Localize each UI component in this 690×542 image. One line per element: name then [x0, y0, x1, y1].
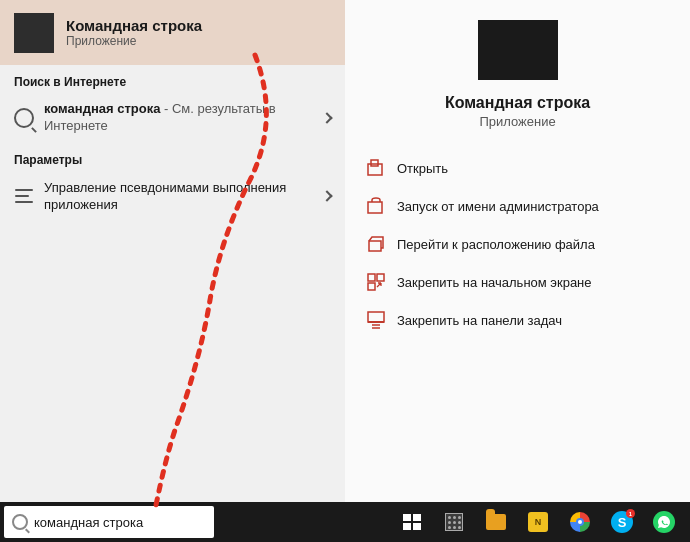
task-view-button[interactable]	[392, 502, 432, 542]
section-internet-label: Поиск в Интернете	[0, 65, 345, 93]
skype-icon: S 1	[611, 511, 633, 533]
taskbar-search-bar[interactable]: командная строка	[4, 506, 214, 538]
svg-rect-6	[368, 283, 375, 290]
open-icon	[365, 157, 387, 179]
svg-rect-4	[368, 274, 375, 281]
action-pin-start-text: Закрепить на начальном экране	[397, 275, 592, 290]
top-result-subtitle: Приложение	[66, 34, 202, 48]
left-panel: Командная строка Приложение Поиск в Инте…	[0, 0, 345, 510]
params-icon	[14, 186, 34, 206]
actions-list: Открыть Запуск от имени администратора П…	[345, 149, 690, 339]
params-chevron-right-icon	[321, 191, 332, 202]
taskbar-search-icon	[12, 514, 28, 530]
internet-search-icon	[14, 108, 34, 128]
section-params-label: Параметры	[0, 143, 345, 171]
pin-taskbar-icon	[365, 309, 387, 331]
params-item[interactable]: Управление псевдонимами выполнения прило…	[0, 171, 345, 222]
action-pin-start[interactable]: Закрепить на начальном экране	[365, 263, 670, 301]
calculator-icon	[445, 513, 463, 531]
cmd-icon-small	[14, 13, 54, 53]
app-subtitle: Приложение	[479, 114, 555, 129]
calculator-button[interactable]	[434, 502, 474, 542]
chrome-button[interactable]	[560, 502, 600, 542]
top-result-item[interactable]: Командная строка Приложение	[0, 0, 345, 65]
task-view-icon	[403, 514, 421, 530]
taskbar-icons: N S 1	[392, 502, 690, 542]
internet-search-item[interactable]: командная строка - См. результаты в Инте…	[0, 93, 345, 143]
action-open-text: Открыть	[397, 161, 448, 176]
action-location[interactable]: Перейти к расположению файла	[365, 225, 670, 263]
skype-button[interactable]: S 1	[602, 502, 642, 542]
svg-rect-2	[368, 202, 382, 213]
file-explorer-button[interactable]	[476, 502, 516, 542]
action-admin-text: Запуск от имени администратора	[397, 199, 599, 214]
internet-search-query: командная строка	[44, 101, 160, 116]
app-title: Командная строка	[445, 94, 590, 112]
sticky-notes-icon: N	[528, 512, 548, 532]
app-preview-icon	[478, 20, 558, 80]
location-icon	[365, 233, 387, 255]
lines-icon	[15, 189, 33, 203]
chevron-right-icon	[321, 112, 332, 123]
params-text: Управление псевдонимами выполнения прило…	[44, 179, 323, 214]
taskbar: командная строка N	[0, 502, 690, 542]
svg-rect-7	[368, 312, 384, 322]
action-admin[interactable]: Запуск от имени администратора	[365, 187, 670, 225]
chrome-icon	[570, 512, 590, 532]
top-result-text: Командная строка Приложение	[66, 17, 202, 48]
skype-badge: 1	[626, 509, 635, 518]
taskbar-search-text: командная строка	[34, 515, 143, 530]
right-panel: Командная строка Приложение Открыть Запу…	[345, 0, 690, 510]
pin-start-icon	[365, 271, 387, 293]
whatsapp-button[interactable]	[644, 502, 684, 542]
action-location-text: Перейти к расположению файла	[397, 237, 595, 252]
admin-icon	[365, 195, 387, 217]
internet-search-text: командная строка - См. результаты в Инте…	[44, 101, 323, 135]
sticky-notes-button[interactable]: N	[518, 502, 558, 542]
svg-rect-5	[377, 274, 384, 281]
folder-icon	[486, 514, 506, 530]
whatsapp-icon	[653, 511, 675, 533]
top-result-title: Командная строка	[66, 17, 202, 34]
action-pin-taskbar-text: Закрепить на панели задач	[397, 313, 562, 328]
action-pin-taskbar[interactable]: Закрепить на панели задач	[365, 301, 670, 339]
svg-rect-1	[371, 160, 378, 166]
action-open[interactable]: Открыть	[365, 149, 670, 187]
svg-rect-3	[369, 241, 381, 251]
